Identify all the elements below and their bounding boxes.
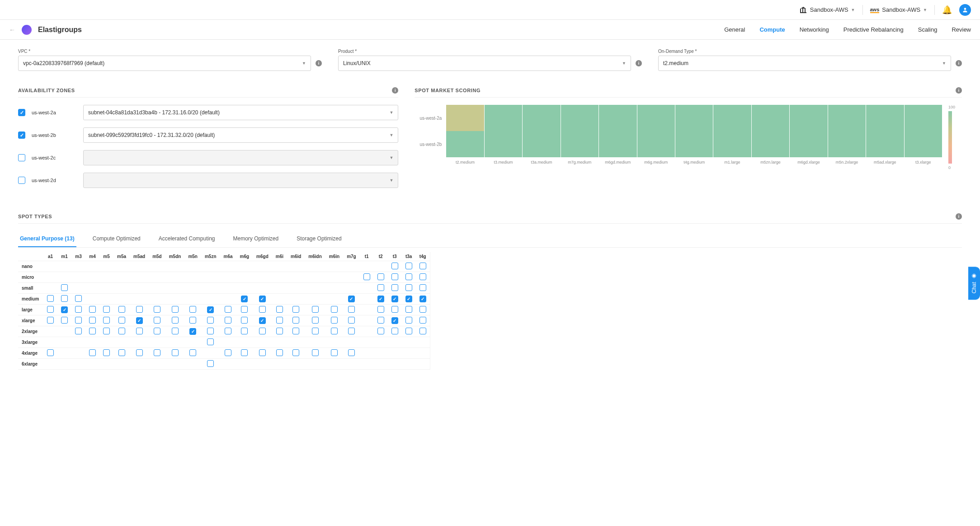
instance-checkbox[interactable] (136, 306, 143, 313)
instance-checkbox[interactable] (377, 273, 384, 280)
instance-checkbox[interactable] (154, 328, 160, 334)
instance-checkbox[interactable] (47, 349, 54, 356)
instance-checkbox[interactable] (405, 284, 412, 291)
instance-checkbox[interactable] (61, 317, 68, 324)
instance-checkbox[interactable] (154, 317, 160, 324)
instance-checkbox[interactable] (225, 328, 231, 334)
vpc-select[interactable]: vpc-0a2208339768f7969 (default)▼ (18, 56, 311, 71)
instance-checkbox[interactable] (225, 317, 231, 324)
instance-checkbox[interactable] (391, 273, 398, 280)
heatmap-cell[interactable] (446, 105, 484, 131)
instance-checkbox[interactable] (348, 306, 355, 313)
instance-checkbox[interactable] (89, 317, 96, 324)
instance-checkbox[interactable] (405, 328, 412, 334)
instance-checkbox[interactable] (118, 349, 125, 356)
heatmap-cell[interactable] (828, 131, 866, 157)
instance-checkbox[interactable] (292, 328, 299, 334)
instance-checkbox[interactable] (348, 349, 355, 356)
instance-checkbox[interactable] (259, 349, 266, 356)
instance-checkbox[interactable] (207, 338, 214, 345)
instance-checkbox[interactable] (259, 328, 266, 334)
az-checkbox[interactable] (18, 154, 25, 161)
spot-tab[interactable]: General Purpose (13) (18, 231, 76, 247)
product-select[interactable]: Linux/UNIX▼ (338, 56, 631, 71)
instance-checkbox[interactable] (118, 317, 125, 324)
instance-checkbox[interactable] (331, 306, 338, 313)
instance-checkbox[interactable] (331, 328, 338, 334)
nav-tab-networking[interactable]: Networking (800, 26, 829, 33)
instance-checkbox[interactable] (377, 317, 384, 324)
instance-checkbox[interactable] (207, 306, 214, 313)
instance-checkbox[interactable] (172, 328, 179, 334)
spot-tab[interactable]: Memory Optimized (231, 231, 281, 247)
instance-checkbox[interactable] (225, 349, 231, 356)
instance-checkbox[interactable] (276, 306, 283, 313)
heatmap-cell[interactable] (866, 131, 904, 157)
heatmap-cell[interactable] (828, 105, 866, 131)
instance-checkbox[interactable] (259, 306, 266, 313)
instance-checkbox[interactable] (312, 317, 319, 324)
heatmap-cell[interactable] (523, 131, 560, 157)
instance-checkbox[interactable] (331, 317, 338, 324)
heatmap-cell[interactable] (561, 131, 598, 157)
instance-checkbox[interactable] (405, 296, 412, 302)
heatmap-cell[interactable] (485, 131, 522, 157)
instance-checkbox[interactable] (89, 349, 96, 356)
heatmap-cell[interactable] (675, 131, 713, 157)
instance-checkbox[interactable] (348, 296, 355, 302)
heatmap-cell[interactable] (713, 105, 751, 131)
heatmap-cell[interactable] (905, 131, 942, 157)
back-arrow[interactable]: ← (9, 26, 15, 33)
info-icon[interactable]: i (956, 87, 962, 94)
instance-checkbox[interactable] (241, 349, 248, 356)
instance-checkbox[interactable] (377, 284, 384, 291)
instance-checkbox[interactable] (103, 317, 110, 324)
instance-checkbox[interactable] (136, 349, 143, 356)
instance-checkbox[interactable] (103, 328, 110, 334)
heatmap-cell[interactable] (523, 105, 560, 131)
instance-checkbox[interactable] (61, 306, 68, 313)
instance-checkbox[interactable] (331, 349, 338, 356)
instance-checkbox[interactable] (225, 306, 231, 313)
instance-checkbox[interactable] (241, 317, 248, 324)
instance-checkbox[interactable] (154, 349, 160, 356)
instance-checkbox[interactable] (419, 263, 426, 269)
instance-checkbox[interactable] (75, 317, 82, 324)
instance-checkbox[interactable] (154, 306, 160, 313)
instance-checkbox[interactable] (61, 284, 68, 291)
instance-checkbox[interactable] (391, 306, 398, 313)
nav-tab-predictive-rebalancing[interactable]: Predictive Rebalancing (843, 26, 904, 33)
instance-checkbox[interactable] (405, 263, 412, 269)
instance-checkbox[interactable] (419, 273, 426, 280)
instance-checkbox[interactable] (405, 306, 412, 313)
heatmap-cell[interactable] (485, 105, 522, 131)
nav-tab-scaling[interactable]: Scaling (918, 26, 938, 33)
info-icon[interactable]: i (956, 213, 962, 220)
spot-tab[interactable]: Accelerated Computing (157, 231, 217, 247)
instance-checkbox[interactable] (405, 273, 412, 280)
heatmap-cell[interactable] (790, 131, 827, 157)
instance-checkbox[interactable] (377, 306, 384, 313)
instance-checkbox[interactable] (189, 317, 196, 324)
info-icon[interactable]: i (316, 60, 322, 66)
instance-checkbox[interactable] (259, 296, 266, 302)
instance-checkbox[interactable] (75, 328, 82, 334)
az-checkbox[interactable] (18, 177, 25, 184)
instance-checkbox[interactable] (172, 349, 179, 356)
instance-checkbox[interactable] (207, 328, 214, 334)
instance-checkbox[interactable] (292, 306, 299, 313)
instance-checkbox[interactable] (391, 296, 398, 302)
az-checkbox[interactable] (18, 132, 25, 139)
instance-checkbox[interactable] (61, 295, 68, 302)
org-selector-2[interactable]: awsSandbox-AWS▼ (870, 6, 928, 13)
instance-checkbox[interactable] (172, 306, 179, 313)
instance-checkbox[interactable] (312, 328, 319, 334)
heatmap-cell[interactable] (637, 131, 675, 157)
heatmap-cell[interactable] (752, 131, 789, 157)
instance-checkbox[interactable] (312, 306, 319, 313)
instance-checkbox[interactable] (276, 349, 283, 356)
instance-checkbox[interactable] (103, 349, 110, 356)
instance-checkbox[interactable] (391, 263, 398, 269)
instance-checkbox[interactable] (207, 360, 214, 367)
instance-checkbox[interactable] (136, 317, 143, 324)
